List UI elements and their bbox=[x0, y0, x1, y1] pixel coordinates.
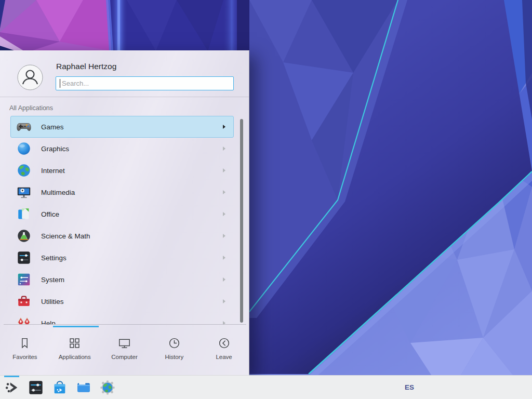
desktop: Raphael Hertzog All Applications GamesGr… bbox=[0, 0, 532, 399]
user-name: Raphael Hertzog bbox=[56, 62, 116, 71]
applications-icon bbox=[68, 336, 82, 350]
submenu-arrow-icon bbox=[223, 147, 225, 151]
tab-leave[interactable]: Leave bbox=[199, 327, 249, 375]
category-item-system[interactable]: System bbox=[10, 269, 234, 290]
submenu-arrow-icon bbox=[223, 299, 225, 303]
submenu-arrow-icon bbox=[223, 168, 225, 172]
category-item-office[interactable]: Office bbox=[10, 203, 234, 225]
list-separator bbox=[4, 324, 246, 325]
category-label: Science & Math bbox=[41, 232, 90, 240]
category-item-games[interactable]: Games bbox=[10, 116, 234, 138]
tab-applications[interactable]: Applications bbox=[50, 327, 100, 375]
science-icon bbox=[16, 228, 32, 244]
graphics-icon bbox=[16, 141, 32, 156]
internet-icon bbox=[16, 163, 32, 178]
computer-icon bbox=[117, 336, 131, 350]
tab-computer[interactable]: Computer bbox=[100, 327, 150, 375]
category-item-science-math[interactable]: Science & Math bbox=[10, 225, 234, 247]
header-divider bbox=[0, 97, 249, 97]
app-launcher-button[interactable] bbox=[4, 380, 20, 395]
category-label: Internet bbox=[41, 167, 65, 175]
leave-icon bbox=[217, 336, 231, 350]
category-item-multimedia[interactable]: Multimedia bbox=[10, 181, 234, 203]
tab-favorites[interactable]: Favorites bbox=[0, 327, 50, 375]
category-item-settings[interactable]: Settings bbox=[10, 247, 234, 269]
category-item-utilities[interactable]: Utilities bbox=[10, 290, 234, 312]
help-icon bbox=[16, 315, 32, 324]
discover-icon bbox=[52, 380, 68, 395]
web-browser-icon bbox=[100, 380, 115, 395]
taskbar: ES 7:03 PM 4/24/21 bbox=[0, 375, 532, 399]
category-list: GamesGraphicsInternetMultimediaOfficeSci… bbox=[10, 116, 234, 324]
utilities-icon bbox=[16, 294, 32, 309]
multimedia-icon bbox=[16, 184, 32, 200]
submenu-arrow-icon bbox=[223, 256, 225, 260]
category-item-graphics[interactable]: Graphics bbox=[10, 138, 234, 159]
category-label: System bbox=[41, 276, 64, 284]
system-settings-icon bbox=[28, 380, 44, 395]
system-settings-button[interactable] bbox=[28, 380, 44, 395]
search-input[interactable] bbox=[56, 76, 234, 90]
file-manager-icon bbox=[76, 380, 91, 395]
section-label: All Applications bbox=[9, 104, 53, 112]
tab-label: Computer bbox=[111, 354, 138, 360]
games-icon bbox=[16, 119, 32, 135]
web-browser-button[interactable] bbox=[100, 380, 115, 395]
history-icon bbox=[167, 336, 181, 350]
category-label: Multimedia bbox=[41, 189, 75, 196]
search-box bbox=[56, 76, 234, 90]
submenu-arrow-icon bbox=[223, 190, 225, 194]
keyboard-layout-indicator[interactable]: ES bbox=[405, 376, 414, 399]
category-item-internet[interactable]: Internet bbox=[10, 159, 234, 181]
category-label: Office bbox=[41, 210, 59, 218]
favorites-icon bbox=[18, 336, 32, 350]
text-caret bbox=[60, 79, 60, 88]
discover-button[interactable] bbox=[52, 380, 68, 395]
user-avatar[interactable] bbox=[17, 64, 43, 90]
category-label: Graphics bbox=[41, 145, 69, 153]
tab-label: History bbox=[165, 354, 183, 360]
submenu-arrow-icon bbox=[223, 277, 225, 282]
application-launcher-menu: Raphael Hertzog All Applications GamesGr… bbox=[0, 50, 249, 375]
system-icon bbox=[16, 272, 32, 287]
kde-launcher-icon bbox=[4, 380, 20, 395]
settings-icon bbox=[16, 250, 32, 265]
tab-label: Applications bbox=[59, 354, 91, 360]
category-label: Utilities bbox=[41, 298, 64, 305]
office-icon bbox=[16, 206, 32, 222]
category-label: Help bbox=[41, 320, 56, 325]
tab-label: Leave bbox=[216, 354, 232, 360]
category-label: Settings bbox=[41, 254, 66, 262]
tab-history[interactable]: History bbox=[149, 327, 199, 375]
category-item-help[interactable]: Help bbox=[10, 312, 234, 324]
submenu-arrow-icon bbox=[223, 234, 225, 238]
tab-label: Favorites bbox=[12, 354, 37, 360]
submenu-arrow-icon bbox=[223, 212, 225, 216]
category-label: Games bbox=[41, 123, 64, 131]
file-manager-button[interactable] bbox=[76, 380, 91, 395]
scrollbar[interactable] bbox=[240, 119, 243, 323]
launcher-tab-bar: FavoritesApplicationsComputerHistoryLeav… bbox=[0, 327, 249, 375]
submenu-arrow-icon bbox=[223, 125, 225, 129]
pinned-apps bbox=[4, 376, 115, 399]
